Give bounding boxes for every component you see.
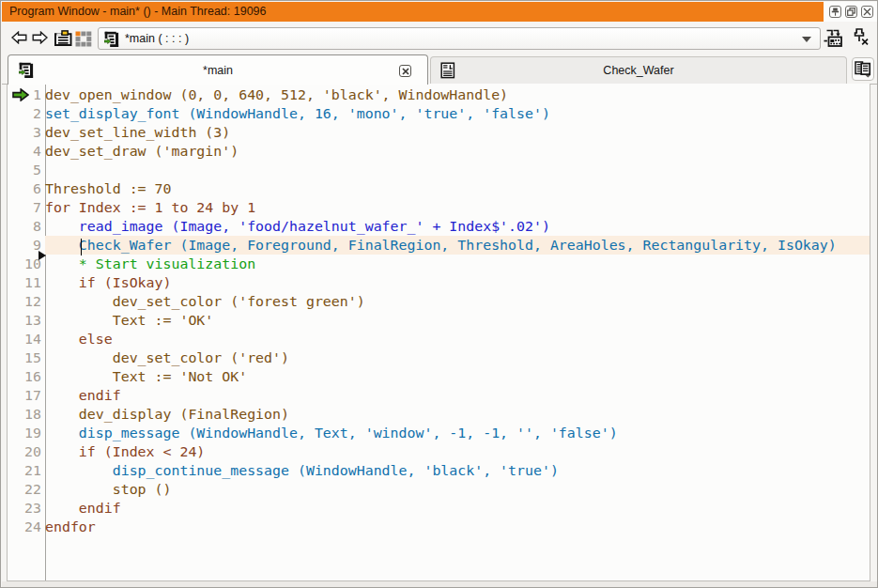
tab-list-icon bbox=[855, 61, 871, 78]
code-text: disp_continue_message (WindowHandle, 'bl… bbox=[45, 461, 870, 480]
code-text: disp_message (WindowHandle, Text, 'windo… bbox=[45, 424, 870, 442]
code-lines: 1dev_open_window (0, 0, 640, 512, 'black… bbox=[8, 85, 870, 536]
line-number[interactable]: 13 bbox=[8, 311, 41, 330]
back-icon[interactable] bbox=[11, 31, 27, 44]
code-line[interactable]: 11 if (IsOkay) bbox=[8, 273, 870, 292]
code-text: dev_set_color ('forest green') bbox=[45, 292, 870, 311]
close-tab-button[interactable] bbox=[399, 65, 411, 77]
program-counter-arrow-icon bbox=[12, 88, 29, 101]
code-line[interactable]: 2set_display_font (WindowHandle, 16, 'mo… bbox=[8, 104, 870, 123]
code-line[interactable]: 1dev_open_window (0, 0, 640, 512, 'black… bbox=[8, 85, 870, 104]
code-text: endfor bbox=[45, 518, 870, 536]
main-procedure-icon bbox=[104, 31, 119, 48]
forward-icon[interactable] bbox=[32, 31, 48, 44]
bottom-strip bbox=[2, 581, 878, 588]
insert-operator-icon[interactable] bbox=[824, 28, 844, 48]
dropdown-arrow-icon[interactable] bbox=[802, 37, 811, 42]
line-number[interactable]: 18 bbox=[8, 405, 41, 424]
pin-icon bbox=[831, 8, 839, 16]
line-number[interactable]: 12 bbox=[8, 292, 41, 311]
close-tab-icon bbox=[402, 68, 409, 75]
code-line[interactable]: 3dev_set_line_width (3) bbox=[8, 123, 870, 142]
code-text: else bbox=[45, 330, 870, 348]
code-line[interactable]: 15 dev_set_color ('red') bbox=[8, 348, 870, 367]
grid-icon[interactable] bbox=[75, 31, 92, 47]
code-line[interactable]: 19 disp_message (WindowHandle, Text, 'wi… bbox=[8, 424, 870, 442]
code-text: endif bbox=[45, 386, 870, 405]
code-line[interactable]: 8 read_image (Image, 'food/hazelnut_wafe… bbox=[8, 217, 870, 236]
code-line[interactable]: 16 Text := 'Not OK' bbox=[8, 367, 870, 386]
line-number[interactable]: 22 bbox=[8, 480, 41, 499]
pin-button[interactable] bbox=[829, 6, 841, 18]
code-line[interactable]: 6Threshold := 70 bbox=[8, 179, 870, 198]
code-text: set_display_font (WindowHandle, 16, 'mon… bbox=[45, 104, 870, 123]
titlebar-buttons bbox=[824, 2, 878, 22]
code-line[interactable]: 9 Check_Wafer (Image, Foreground, FinalR… bbox=[8, 236, 870, 255]
code-line[interactable]: 13 Text := 'OK' bbox=[8, 311, 870, 330]
insert-cursor-marker-icon bbox=[39, 251, 46, 260]
procedure-combobox[interactable]: *main ( : : : ) bbox=[98, 27, 821, 50]
line-number[interactable]: 10 bbox=[8, 255, 41, 273]
window-title: Program Window - main* () - Main Thread:… bbox=[9, 2, 267, 22]
line-number[interactable]: 9 bbox=[8, 236, 41, 255]
code-line[interactable]: 14 else bbox=[8, 330, 870, 348]
line-number[interactable]: 20 bbox=[8, 442, 41, 461]
code-line[interactable]: 12 dev_set_color ('forest green') bbox=[8, 292, 870, 311]
line-number[interactable]: 21 bbox=[8, 461, 41, 480]
line-number[interactable]: 17 bbox=[8, 386, 41, 405]
unpin-icon[interactable] bbox=[851, 28, 870, 47]
code-text: Text := 'Not OK' bbox=[45, 367, 870, 386]
code-line[interactable]: 23 endif bbox=[8, 499, 870, 518]
close-button[interactable] bbox=[861, 6, 873, 18]
code-text: endif bbox=[45, 499, 870, 518]
program-listing-icon[interactable] bbox=[54, 30, 72, 46]
code-text: stop () bbox=[45, 480, 870, 499]
float-button[interactable] bbox=[845, 6, 857, 18]
text-caret bbox=[81, 239, 82, 255]
code-text: Text := 'OK' bbox=[45, 311, 870, 330]
tab-main-label: *main bbox=[8, 55, 427, 85]
line-number[interactable]: 7 bbox=[8, 198, 41, 217]
line-number[interactable]: 2 bbox=[8, 104, 41, 123]
line-number[interactable]: 23 bbox=[8, 499, 41, 518]
line-number[interactable]: 11 bbox=[8, 273, 41, 292]
procedure-combo-value: *main ( : : : ) bbox=[125, 28, 189, 49]
code-text: dev_open_window (0, 0, 640, 512, 'black'… bbox=[45, 85, 870, 104]
code-line[interactable]: 20 if (Index < 24) bbox=[8, 442, 870, 461]
tab-list-button[interactable] bbox=[852, 57, 874, 81]
code-line[interactable]: 17 endif bbox=[8, 386, 870, 405]
title-bar: Program Window - main* () - Main Thread:… bbox=[2, 2, 878, 22]
tab-main[interactable]: *main bbox=[8, 54, 428, 85]
line-number[interactable]: 19 bbox=[8, 424, 41, 442]
line-number[interactable]: 3 bbox=[8, 123, 41, 142]
code-text: dev_set_line_width (3) bbox=[45, 123, 870, 142]
tab-check-wafer-label: Check_Wafer bbox=[431, 57, 846, 84]
line-number[interactable]: 8 bbox=[8, 217, 41, 236]
tab-check-wafer[interactable]: Check_Wafer bbox=[430, 56, 847, 84]
code-text: Threshold := 70 bbox=[45, 179, 870, 198]
close-icon bbox=[863, 8, 871, 16]
program-window: Program Window - main* () - Main Thread:… bbox=[0, 0, 878, 588]
code-line[interactable]: 21 disp_continue_message (WindowHandle, … bbox=[8, 461, 870, 480]
code-text bbox=[45, 161, 870, 179]
line-number[interactable]: 24 bbox=[8, 518, 41, 536]
code-text: dev_display (FinalRegion) bbox=[45, 405, 870, 424]
code-text: dev_set_draw ('margin') bbox=[45, 142, 870, 161]
float-window-icon bbox=[847, 8, 855, 16]
code-line[interactable]: 22 stop () bbox=[8, 480, 870, 499]
code-line[interactable]: 24endfor bbox=[8, 518, 870, 536]
line-number[interactable]: 5 bbox=[8, 161, 41, 179]
code-line[interactable]: 4dev_set_draw ('margin') bbox=[8, 142, 870, 161]
code-editor[interactable]: 1dev_open_window (0, 0, 640, 512, 'black… bbox=[7, 84, 870, 581]
line-number[interactable]: 6 bbox=[8, 179, 41, 198]
code-text: for Index := 1 to 24 by 1 bbox=[45, 198, 870, 217]
code-line[interactable]: 10 * Start visualization bbox=[8, 255, 870, 273]
line-number[interactable]: 15 bbox=[8, 348, 41, 367]
line-number[interactable]: 14 bbox=[8, 330, 41, 348]
code-line[interactable]: 18 dev_display (FinalRegion) bbox=[8, 405, 870, 424]
code-line[interactable]: 5 bbox=[8, 161, 870, 179]
code-text: * Start visualization bbox=[45, 255, 870, 273]
line-number[interactable]: 16 bbox=[8, 367, 41, 386]
code-line[interactable]: 7for Index := 1 to 24 by 1 bbox=[8, 198, 870, 217]
line-number[interactable]: 4 bbox=[8, 142, 41, 161]
